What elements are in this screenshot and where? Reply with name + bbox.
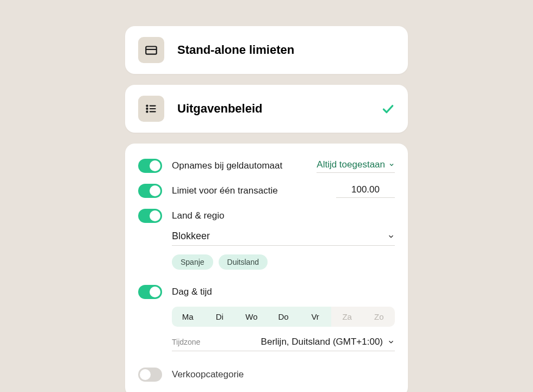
chevron-down-icon (387, 338, 395, 346)
spend-policy-card[interactable]: Uitgavenbeleid (125, 85, 408, 133)
day-cell[interactable]: Za (331, 307, 363, 327)
settings-card: Opnames bij geldautomaat Altijd toegesta… (125, 144, 408, 392)
svg-point-2 (146, 105, 147, 107)
atm-value: Altijd toegestaan (317, 159, 385, 170)
check-icon (381, 102, 395, 116)
chevron-down-icon (388, 161, 395, 168)
chevron-down-icon (387, 233, 395, 240)
region-chip[interactable]: Duitsland (219, 254, 268, 270)
daytime-toggle[interactable] (138, 285, 162, 299)
region-mode-select[interactable]: Blokkeer (172, 231, 395, 246)
atm-toggle[interactable] (138, 159, 162, 173)
standalone-limits-card[interactable]: Stand-alone limieten (125, 26, 408, 74)
day-cell[interactable]: Wo (235, 307, 268, 327)
category-toggle[interactable] (138, 368, 162, 382)
day-cell[interactable]: Vr (299, 307, 331, 327)
timezone-label: Tijdzone (172, 338, 200, 346)
day-cell[interactable]: Do (268, 307, 300, 327)
timezone-select[interactable]: Berlijn, Duitsland (GMT+1:00) (261, 337, 395, 347)
category-label: Verkoopcategorie (172, 369, 395, 380)
atm-label: Opnames bij geldautomaat (172, 160, 307, 171)
single-tx-value[interactable]: 100.00 (336, 184, 395, 198)
single-tx-toggle[interactable] (138, 184, 162, 198)
list-icon (138, 96, 164, 122)
timezone-value: Berlijn, Duitsland (GMT+1:00) (261, 337, 383, 347)
standalone-limits-title: Stand-alone limieten (177, 43, 395, 57)
region-chip[interactable]: Spanje (172, 254, 213, 270)
card-icon (138, 37, 164, 63)
atm-dropdown[interactable]: Altijd toegestaan (317, 159, 395, 173)
svg-rect-0 (146, 47, 157, 54)
day-cell[interactable]: Zo (363, 307, 395, 327)
region-toggle[interactable] (138, 209, 162, 223)
region-mode-value: Blokkeer (172, 231, 210, 242)
day-selector: MaDiWoDoVrZaZo (172, 307, 395, 327)
single-tx-label: Limiet voor één transactie (172, 185, 326, 196)
day-cell[interactable]: Ma (172, 307, 204, 327)
spend-policy-title: Uitgavenbeleid (177, 102, 368, 116)
region-label: Land & regio (172, 210, 395, 221)
daytime-label: Dag & tijd (172, 287, 395, 297)
svg-point-4 (146, 108, 147, 109)
day-cell[interactable]: Di (204, 307, 236, 327)
svg-point-6 (146, 111, 147, 112)
region-chips: SpanjeDuitsland (172, 254, 395, 270)
